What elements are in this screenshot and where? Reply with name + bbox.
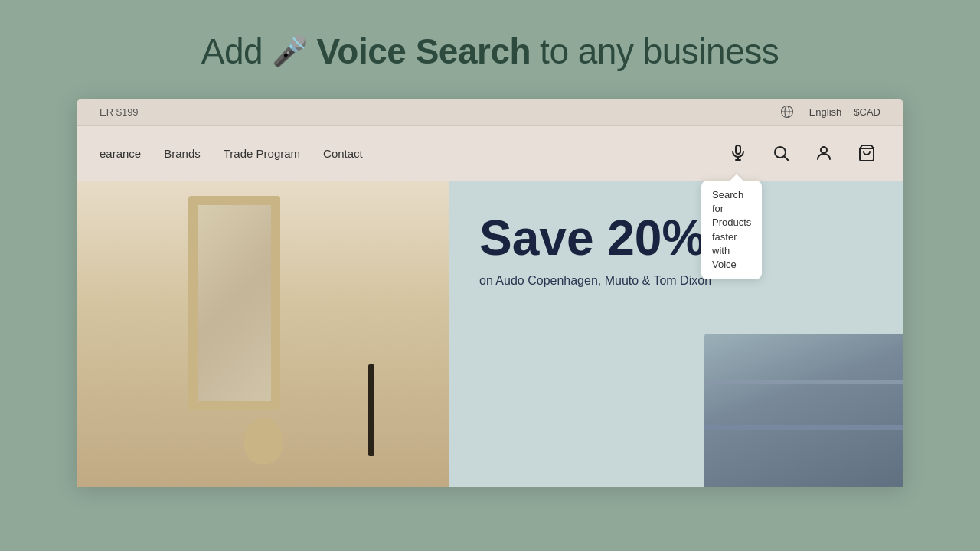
hero-banner: Add 🎤 Voice Search to any business bbox=[0, 0, 980, 99]
promo-text: ER $199 bbox=[100, 106, 139, 118]
cart-button[interactable] bbox=[853, 139, 880, 167]
nav-icons: Search for Products faster with Voice bbox=[724, 139, 880, 167]
currency-selector[interactable]: $CAD bbox=[854, 106, 880, 118]
voice-search-button[interactable] bbox=[724, 139, 752, 167]
promo-subtitle: on Audo Copenhagen, Muuto & Tom Dixon bbox=[479, 274, 873, 288]
svg-rect-3 bbox=[736, 145, 740, 154]
nav-clearance[interactable]: earance bbox=[100, 147, 141, 160]
svg-point-8 bbox=[821, 147, 827, 153]
shelf-2 bbox=[704, 425, 903, 430]
top-bar: ER $199 English $CAD bbox=[77, 99, 903, 126]
search-button[interactable] bbox=[767, 139, 795, 167]
promo-product-image bbox=[704, 334, 903, 487]
right-panel: Save 20% on Audo Copenhagen, Muuto & Tom… bbox=[449, 181, 903, 487]
promo-headline: Save 20% bbox=[479, 211, 873, 265]
voice-search-tooltip: Search for Products faster with Voice bbox=[701, 181, 762, 279]
tooltip-text: Search for Products faster with Voice bbox=[712, 189, 751, 270]
user-icon bbox=[815, 144, 833, 162]
room-mirror bbox=[188, 196, 280, 410]
nav-contact[interactable]: Contact bbox=[323, 147, 363, 160]
search-icon bbox=[772, 144, 790, 162]
nav-links: earance Brands Trade Program Contact bbox=[100, 147, 363, 160]
nav-bar: earance Brands Trade Program Contact bbox=[77, 126, 903, 181]
mic-icon bbox=[729, 144, 747, 162]
locale-bar: English $CAD bbox=[780, 105, 880, 119]
hero-prefix: Add bbox=[201, 31, 263, 72]
hero-suffix: to any business bbox=[540, 31, 779, 72]
language-selector[interactable]: English bbox=[809, 106, 842, 118]
room-decor bbox=[244, 418, 283, 464]
mic-icon-hero: 🎤 bbox=[272, 34, 308, 68]
shelf-1 bbox=[704, 380, 903, 384]
room-candle bbox=[368, 364, 374, 456]
product-image-inner bbox=[704, 334, 903, 487]
hero-title: Add 🎤 Voice Search to any business bbox=[15, 31, 965, 72]
left-panel bbox=[77, 181, 449, 487]
main-content: Save 20% on Audo Copenhagen, Muuto & Tom… bbox=[77, 181, 903, 487]
svg-line-7 bbox=[785, 157, 789, 161]
nav-brands[interactable]: Brands bbox=[164, 147, 201, 160]
mic-button-wrapper: Search for Products faster with Voice bbox=[724, 139, 752, 167]
cart-icon bbox=[858, 144, 876, 162]
shop-window: ER $199 English $CAD earance Brands Trad… bbox=[77, 99, 903, 487]
globe-icon bbox=[780, 105, 794, 119]
hero-voice-search: Voice Search bbox=[317, 31, 531, 72]
account-button[interactable] bbox=[810, 139, 838, 167]
nav-trade-program[interactable]: Trade Program bbox=[224, 147, 300, 160]
